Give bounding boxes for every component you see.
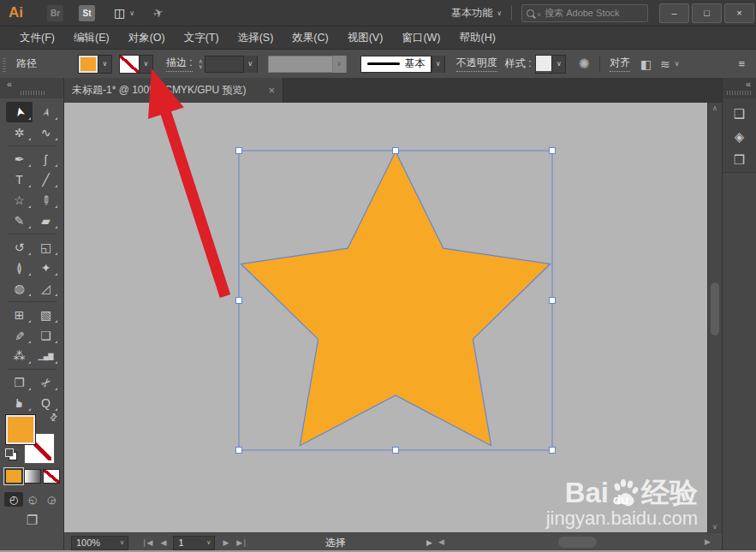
blend-tool[interactable]: ❏ <box>33 325 59 346</box>
expand-panels-icon[interactable]: « <box>746 79 751 89</box>
paintbrush-tool[interactable]: ✏ <box>33 190 59 211</box>
collapse-panel-icon[interactable]: « <box>7 79 12 89</box>
layers-panel-icon[interactable]: ◈ <box>723 125 756 148</box>
menu-help[interactable]: 帮助(H) <box>450 31 505 45</box>
document-tab[interactable]: 未标题-1* @ 100% (CMYK/GPU 预览) × <box>64 78 283 103</box>
selection-handle[interactable] <box>550 148 556 154</box>
stroke-weight-stepper[interactable]: ∧ ∨ <box>199 59 203 69</box>
draw-inside-icon[interactable]: ◶ <box>42 492 61 507</box>
canvas[interactable]: Bai du 经验 jingyan.baidu.com <box>64 103 708 533</box>
mesh-tool[interactable]: ⊞ <box>6 305 33 325</box>
workspace-switcher[interactable]: 基本功能 <box>451 6 492 21</box>
close-tab-icon[interactable]: × <box>268 84 275 97</box>
menu-select[interactable]: 选择(S) <box>229 31 283 45</box>
chevron-down-icon[interactable]: ∨ <box>120 539 124 546</box>
panel-menu-icon[interactable]: ≡ <box>738 57 746 70</box>
horizontal-scroll-thumb[interactable] <box>558 537 597 548</box>
chevron-down-icon[interactable]: ∨ <box>206 539 211 546</box>
style-dropdown[interactable]: ∨ <box>535 55 566 74</box>
artboard-tool[interactable]: ❐ <box>6 372 33 393</box>
last-artboard-icon[interactable]: ▶❘ <box>236 538 247 547</box>
first-artboard-icon[interactable]: ❘◀ <box>141 538 152 547</box>
stroke-color-control[interactable]: ∨ <box>119 55 153 74</box>
chevron-down-icon[interactable]: ∨ <box>243 56 257 73</box>
selection-handle[interactable] <box>236 298 242 304</box>
type-tool[interactable]: T <box>6 169 33 190</box>
scroll-up-icon[interactable]: ∧ <box>708 103 722 115</box>
menu-type[interactable]: 文字(T) <box>175 31 229 45</box>
menu-file[interactable]: 文件(F) <box>10 31 64 45</box>
share-icon[interactable]: ✈ <box>152 4 165 21</box>
chevron-down-icon[interactable]: ∨ <box>497 9 502 17</box>
pencil-tool[interactable]: ✎ <box>6 211 33 231</box>
chevron-down-icon[interactable]: ∨ <box>551 56 565 73</box>
direct-selection-tool[interactable]: ➢ <box>33 102 59 122</box>
chevron-down-icon[interactable]: ∨ <box>98 56 111 73</box>
lasso-tool[interactable]: ∿ <box>33 122 59 143</box>
horizontal-scrollbar[interactable]: ◀ ▶ <box>438 536 711 549</box>
panel-grip[interactable] <box>727 91 751 95</box>
chevron-down-icon[interactable]: ∨ <box>129 9 134 17</box>
scroll-down-icon[interactable]: ∨ <box>708 521 722 533</box>
vertical-scrollbar[interactable]: ∧ ∨ <box>707 103 722 533</box>
scroll-right-icon[interactable]: ▶ <box>705 537 711 546</box>
curvature-tool[interactable]: ∫ <box>33 149 59 169</box>
pen-tool[interactable]: ✒ <box>6 149 33 169</box>
fill-color-control[interactable]: ∨ <box>78 55 112 74</box>
previous-artboard-icon[interactable]: ◀ <box>160 538 165 547</box>
stroke-weight-dropdown[interactable]: ∨ <box>205 56 258 73</box>
search-input[interactable]: ∨ 搜索 Adobe Stock <box>521 4 648 22</box>
selection-handle[interactable] <box>236 448 242 454</box>
menu-view[interactable]: 视图(V) <box>338 31 393 45</box>
stock-button[interactable]: St <box>79 5 95 21</box>
close-button[interactable]: × <box>724 3 754 23</box>
recolor-artwork-icon[interactable]: ✺ <box>578 56 589 72</box>
eyedropper-tool[interactable]: ✐ <box>6 325 33 346</box>
libraries-panel-icon[interactable]: ❒ <box>723 148 756 171</box>
stroke-color-swatch[interactable] <box>120 56 139 73</box>
stroke-weight-label[interactable]: 描边 : <box>166 56 193 72</box>
opacity-link[interactable]: 不透明度 <box>456 56 497 72</box>
selection-handle[interactable] <box>393 148 399 154</box>
vertical-scroll-thumb[interactable] <box>711 282 719 335</box>
reshape-path-icon[interactable]: ≋ <box>660 57 670 71</box>
menu-object[interactable]: 对象(O) <box>119 31 175 45</box>
menu-window[interactable]: 窗口(W) <box>392 31 449 45</box>
column-graph-tool[interactable]: ▁▄▇ <box>33 346 59 366</box>
draw-normal-icon[interactable]: ◴ <box>4 492 23 507</box>
selection-tool[interactable]: ➤ <box>6 102 33 122</box>
slice-tool[interactable]: ✂ <box>33 372 59 393</box>
line-segment-tool[interactable]: ╱ <box>33 169 59 190</box>
scale-tool[interactable]: ◱ <box>33 237 59 258</box>
selection-handle[interactable] <box>550 448 556 454</box>
fill-color-swatch[interactable] <box>79 56 98 73</box>
chevron-down-icon[interactable]: ∨ <box>199 64 203 69</box>
next-artboard-icon[interactable]: ▶ <box>223 538 228 547</box>
width-tool[interactable]: ≬ <box>6 258 33 278</box>
chevron-down-icon[interactable]: ∨ <box>139 56 152 73</box>
menu-effect[interactable]: 效果(C) <box>283 31 337 45</box>
align-link[interactable]: 对齐 <box>610 56 630 72</box>
chevron-down-icon[interactable]: ∨ <box>432 56 444 73</box>
default-fill-stroke-icon[interactable] <box>5 448 16 460</box>
hand-tool[interactable]: ☛ <box>6 393 33 413</box>
symbol-sprayer-tool[interactable]: ⁂ <box>6 346 33 366</box>
rotate-tool[interactable]: ↺ <box>6 237 33 258</box>
gradient-button[interactable] <box>24 469 41 484</box>
fill-swatch[interactable] <box>5 414 36 445</box>
magic-wand-tool[interactable]: ✲ <box>6 122 33 143</box>
minimize-button[interactable]: – <box>659 3 689 23</box>
arrange-documents-icon[interactable]: ◫ <box>114 6 125 20</box>
zoom-tool[interactable]: Q <box>33 393 59 413</box>
style-swatch[interactable] <box>536 56 551 71</box>
menu-edit[interactable]: 编辑(E) <box>64 31 119 45</box>
selection-handle[interactable] <box>393 448 399 454</box>
shape-builder-tool[interactable]: ◍ <box>6 278 33 299</box>
brush-definition-dropdown[interactable]: 基本 <box>360 56 432 73</box>
panel-grip[interactable] <box>21 91 45 95</box>
scroll-left-icon[interactable]: ◀ <box>438 537 444 546</box>
color-button[interactable] <box>5 469 22 484</box>
selection-handle[interactable] <box>236 148 242 154</box>
selection-handle[interactable] <box>550 298 556 304</box>
perspective-grid-tool[interactable]: ◿ <box>33 278 59 299</box>
